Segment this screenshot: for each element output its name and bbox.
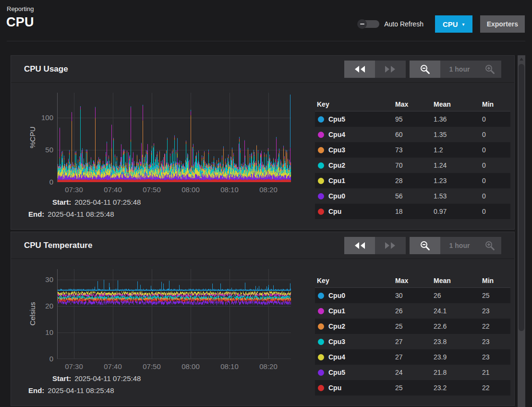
start-label: Start: [52,198,71,206]
legend-row[interactable]: Cpu5951.360 [315,111,510,127]
entity-select-button[interactable]: CPU ▾ [435,15,472,33]
chevron-down-icon: ▾ [462,22,465,27]
legend-row[interactable]: Cpu0561.530 [315,188,510,204]
breadcrumb[interactable]: Reporting [7,5,34,12]
series-min-value: 0 [482,188,486,204]
series-min-value: 0 [482,142,486,158]
end-label: End: [28,210,44,218]
series-max-value: 70 [395,158,403,173]
series-color-dot [318,293,324,299]
legend-header-key: Key [317,274,329,287]
series-color-dot [318,193,324,199]
series-name: Cpu4 [328,349,345,365]
series-mean-value: 1.36 [434,111,447,127]
x-axis-tick: 08:20 [253,362,284,370]
series-max-value: 24 [395,365,403,380]
start-time: Start:2025-04-11 07:25:48 [52,374,141,382]
scrollbar-thumb[interactable] [519,64,524,331]
legend-row[interactable]: Cpu2523.222 [315,380,510,395]
x-axis-tick: 07:50 [136,185,167,194]
temperature-chart-canvas[interactable] [57,269,291,359]
legend-table: KeyMaxMeanMinCpu0302625Cpu12624.123Cpu22… [315,274,510,395]
time-range-label: 1 hour [440,237,479,254]
legend-row[interactable]: Cpu3731.20 [315,142,510,158]
panel-header: CPU Usage 1 hour [11,56,514,83]
series-name: Cpu5 [328,365,345,380]
end-time: End:2025-04-11 08:25:48 [28,210,114,218]
cpu-usage-panel: CPU Usage 1 hour [11,55,515,230]
zoom-in-button[interactable] [479,61,501,78]
rewind-icon [353,65,366,73]
x-axis-tick: 07:30 [59,362,89,370]
time-range-label: 1 hour [440,61,479,78]
zoom-out-button[interactable] [410,237,440,254]
legend-row[interactable]: Cpu22522.622 [315,319,510,334]
y-axis-tick: 20 [32,302,53,310]
x-axis-tick: 07:50 [136,362,167,370]
series-mean-value: 26 [434,288,441,303]
x-axis-tick: 08:10 [214,185,245,194]
series-color-dot [318,132,324,138]
series-name: Cpu [328,204,341,219]
pan-back-button[interactable] [344,237,375,254]
legend-row[interactable]: Cpu0302625 [315,288,510,303]
series-min-value: 0 [482,127,486,142]
y-axis-tick: 30 [32,275,53,284]
series-max-value: 60 [395,127,403,142]
series-mean-value: 0.97 [434,204,447,219]
pan-forward-button[interactable] [375,61,406,78]
cpu-temperature-chart[interactable] [57,269,291,359]
series-color-dot [318,308,324,314]
zoom-out-icon [420,241,430,251]
series-name: Cpu1 [328,173,345,188]
legend-row[interactable]: Cpu12624.123 [315,303,510,319]
legend-row[interactable]: Cpu42723.923 [315,349,510,365]
auto-refresh-toggle[interactable] [357,19,379,29]
series-name: Cpu3 [328,334,345,349]
usage-chart-canvas[interactable] [57,93,291,182]
x-axis-tick: 08:00 [175,185,206,194]
legend-row[interactable]: Cpu4601.350 [315,127,510,142]
pan-back-button[interactable] [344,61,375,78]
legend-header-mean: Mean [434,274,451,287]
legend-row[interactable]: Cpu2701.240 [315,158,510,173]
zoom-out-icon [420,64,430,74]
series-min-value: 0 [482,158,486,173]
x-axis-tick: 07:40 [97,362,128,370]
series-name: Cpu [328,380,341,395]
series-name: Cpu4 [328,127,345,142]
series-mean-value: 23.2 [434,380,447,395]
end-value: 2025-04-11 08:25:48 [48,210,114,218]
scrollbar[interactable] [518,55,525,407]
series-mean-value: 23.9 [434,349,447,365]
series-color-dot [318,370,324,376]
legend-row[interactable]: Cpu32723.823 [315,334,510,349]
legend-header-row: KeyMaxMeanMin [315,274,510,288]
y-axis-tick: 0 [32,178,53,186]
legend-header-min: Min [482,98,494,111]
series-max-value: 73 [395,142,403,158]
start-value: 2025-04-11 07:25:48 [74,198,141,206]
legend-header-max: Max [395,98,408,111]
series-name: Cpu5 [328,111,345,127]
legend-row[interactable]: Cpu180.970 [315,204,510,219]
legend-row[interactable]: Cpu1281.230 [315,173,510,188]
zoom-button-group: 1 hour [410,237,501,254]
series-max-value: 25 [395,380,403,395]
series-color-dot [318,385,324,391]
cpu-usage-chart[interactable] [57,93,291,182]
legend-header-key: Key [317,98,329,111]
series-mean-value: 1.2 [434,142,443,158]
minus-icon [360,24,364,25]
exporters-button[interactable]: Exporters [480,15,525,33]
zoom-in-button[interactable] [479,237,501,254]
series-mean-value: 1.24 [434,158,447,173]
zoom-out-button[interactable] [410,61,440,78]
pan-forward-button[interactable] [375,237,406,254]
series-min-value: 0 [482,204,486,219]
legend-header-mean: Mean [434,98,451,111]
scroll-up-icon[interactable] [520,58,523,61]
series-mean-value: 1.53 [434,188,447,204]
legend-row[interactable]: Cpu52421.821 [315,365,510,380]
series-min-value: 23 [482,349,490,365]
